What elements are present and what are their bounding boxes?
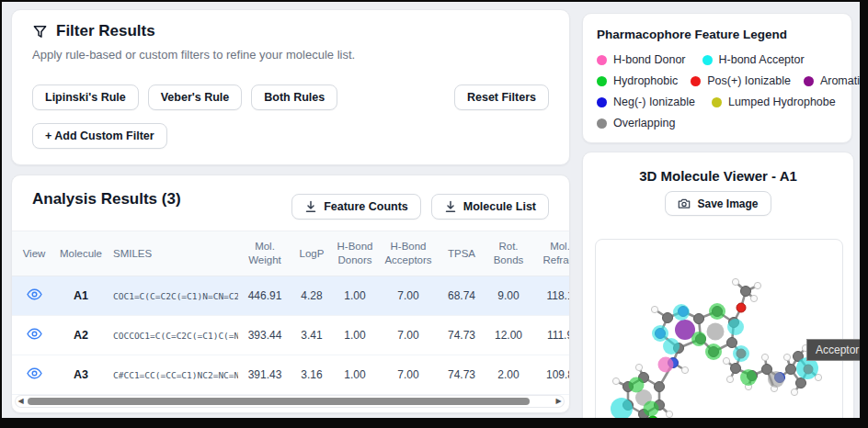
logp-value: 3.41 xyxy=(291,329,332,342)
col-header-hbond-acceptors: H-Bond Acceptors xyxy=(378,240,439,267)
view-molecule-button[interactable] xyxy=(27,288,42,300)
mol-weight-value: 446.91 xyxy=(238,289,291,302)
download-icon xyxy=(444,200,457,213)
lumped-hydrophobe-dot xyxy=(712,97,722,107)
feature-tooltip: Acceptor xyxy=(806,339,860,361)
table-header-row: View Molecule SMILES Mol. Weight LogP H-… xyxy=(12,231,570,276)
scrollbar-thumb[interactable] xyxy=(28,398,530,405)
legend-item-lumped-hydrophobe: Lumped Hydrophobe xyxy=(712,96,836,108)
rot-bonds-value: 9.00 xyxy=(485,289,532,302)
col-header-molecule: Molecule xyxy=(52,247,109,261)
pharmacophore-legend-panel: Pharmacophore Feature Legend H-bond Dono… xyxy=(582,13,852,143)
col-header-hbond-donors: H-Bond Donors xyxy=(332,240,378,267)
table-row-a3[interactable]: A3 C#CC1=CC(=CC=C1)NC2=NC=N… 391.43 3.16… xyxy=(12,355,570,395)
col-header-rot-bonds: Rot. Bonds xyxy=(485,240,532,267)
molecule-smiles: COC1=C(C=C2C(=C1)N=CN=C2… xyxy=(109,291,238,301)
reset-filters-button[interactable]: Reset Filters xyxy=(454,84,549,110)
legend-item-aromatic: Aromatic xyxy=(804,74,860,87)
analysis-results-title: Analysis Results (3) xyxy=(32,190,181,208)
col-header-view: View xyxy=(16,247,52,261)
tpsa-value: 74.73 xyxy=(439,368,485,381)
app-viewport: Filter Results Apply rule-based or custo… xyxy=(2,2,860,418)
molecule-id: A1 xyxy=(52,289,109,302)
hbond-donors-value: 1.00 xyxy=(332,289,378,302)
analysis-results-panel: Analysis Results (3) Feature Counts Mole… xyxy=(11,175,570,413)
molecule-viewer-panel: 3D Molecule Viewer - A1 Save Image xyxy=(582,152,854,418)
mol-refract-value: 109.8 xyxy=(532,368,570,381)
rot-bonds-value: 2.00 xyxy=(485,368,532,381)
hbond-donor-dot xyxy=(597,55,607,65)
legend-item-hbond-acceptor: H-bond Acceptor xyxy=(702,53,805,66)
molecule-3d-viewport[interactable]: Acceptor xyxy=(595,239,843,418)
molecule-3d-render[interactable] xyxy=(596,240,842,418)
mol-weight-value: 393.44 xyxy=(238,329,291,342)
mol-refract-value: 111.9 xyxy=(532,329,570,342)
molecule-smiles: C#CC1=CC(=CC=C1)NC2=NC=N… xyxy=(109,370,238,380)
col-header-smiles: SMILES xyxy=(109,247,238,261)
horizontal-scrollbar[interactable]: ◀ ▶ xyxy=(15,395,565,408)
hydrophobic-dot xyxy=(597,76,607,86)
both-rules-button[interactable]: Both Rules xyxy=(251,84,337,110)
scroll-left-arrow[interactable]: ◀ xyxy=(15,395,27,408)
camera-icon xyxy=(678,197,691,209)
pos-ionizable-dot xyxy=(691,76,701,86)
neg-ionizable-dot xyxy=(597,97,607,107)
filter-panel-subtitle: Apply rule-based or custom filters to re… xyxy=(32,48,355,62)
molecule-id: A3 xyxy=(52,368,109,381)
logp-value: 3.16 xyxy=(291,368,332,381)
funnel-icon xyxy=(32,24,48,39)
hbond-acceptors-value: 7.00 xyxy=(378,368,439,381)
hbond-acceptors-value: 7.00 xyxy=(378,329,439,342)
col-header-mol-weight: Mol. Weight xyxy=(238,240,291,267)
view-molecule-button[interactable] xyxy=(27,367,42,379)
mol-weight-value: 391.43 xyxy=(238,368,291,381)
table-row-a2[interactable]: A2 COCCOC1=C(C=C2C(=C1)C(=N… 393.44 3.41… xyxy=(12,316,570,355)
tpsa-value: 68.74 xyxy=(439,289,485,302)
legend-item-pos-ionizable: Pos(+) Ionizable xyxy=(691,74,791,87)
legend-item-neg-ionizable: Neg(-) Ionizable xyxy=(597,96,695,108)
legend-item-hbond-donor: H-bond Donor xyxy=(597,53,686,66)
filter-results-panel: Filter Results Apply rule-based or custo… xyxy=(11,9,570,165)
logp-value: 4.28 xyxy=(291,289,332,302)
viewer-title: 3D Molecule Viewer - A1 xyxy=(583,168,853,184)
legend-item-overlapping: Overlapping xyxy=(597,117,675,130)
aromatic-dot xyxy=(804,76,814,86)
add-custom-filter-button[interactable]: + Add Custom Filter xyxy=(32,123,167,149)
legend-title: Pharmacophore Feature Legend xyxy=(597,28,838,41)
table-row-a1[interactable]: A1 COC1=C(C=C2C(=C1)N=CN=C2… 446.91 4.28… xyxy=(12,276,570,316)
col-header-logp: LogP xyxy=(291,247,332,261)
molecule-smiles: COCCOC1=C(C=C2C(=C1)C(=N… xyxy=(109,331,238,341)
mol-refract-value: 118.1 xyxy=(532,289,570,302)
download-molecule-list-button[interactable]: Molecule List xyxy=(431,194,549,220)
overlapping-dot xyxy=(597,118,607,129)
col-header-mol-refract: Mol. Refract xyxy=(532,240,570,267)
rot-bonds-value: 12.00 xyxy=(485,329,532,342)
download-feature-counts-button[interactable]: Feature Counts xyxy=(291,194,421,220)
filter-panel-title: Filter Results xyxy=(56,22,155,40)
legend-item-hydrophobic: Hydrophobic xyxy=(597,74,678,87)
scroll-right-arrow[interactable]: ▶ xyxy=(553,395,565,408)
col-header-tpsa: TPSA xyxy=(439,247,485,261)
hbond-donors-value: 1.00 xyxy=(332,329,378,342)
veber-rule-button[interactable]: Veber's Rule xyxy=(148,84,243,110)
download-icon xyxy=(304,200,317,213)
hbond-acceptors-value: 7.00 xyxy=(378,289,439,302)
save-image-button[interactable]: Save Image xyxy=(665,191,771,216)
hbond-donors-value: 1.00 xyxy=(332,368,378,381)
view-molecule-button[interactable] xyxy=(27,328,42,340)
hbond-acceptor-dot xyxy=(702,55,713,65)
molecule-table: View Molecule SMILES Mol. Weight LogP H-… xyxy=(12,231,570,395)
lipinski-rule-button[interactable]: Lipinski's Rule xyxy=(32,84,139,110)
tpsa-value: 74.73 xyxy=(439,329,485,342)
molecule-id: A2 xyxy=(52,329,109,342)
